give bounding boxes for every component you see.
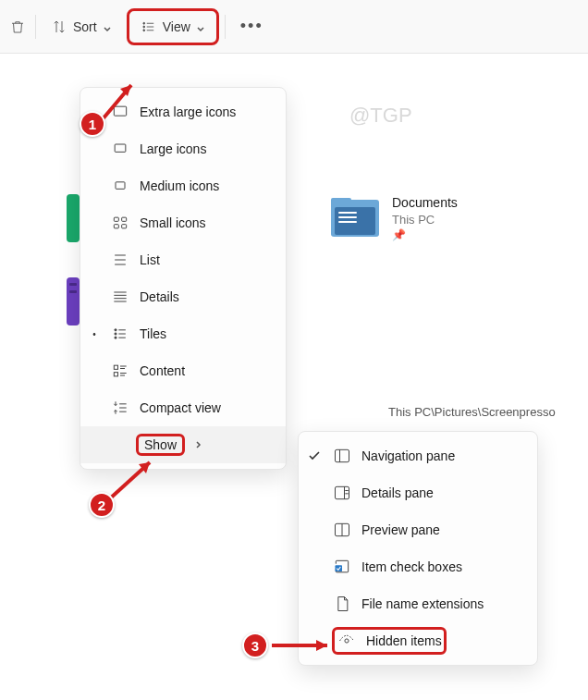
svg-point-19: [345, 639, 349, 643]
svg-rect-14: [114, 373, 117, 376]
watermark-text: @TGP: [349, 104, 412, 128]
sort-icon: [51, 18, 67, 35]
menu-item-large-icons[interactable]: Large icons: [80, 130, 286, 167]
submenu-label: Preview pane: [361, 522, 526, 537]
view-icon: [141, 18, 157, 35]
tiles-icon: [110, 324, 130, 344]
annotation-badge-2: 2: [89, 492, 115, 518]
submenu-item-preview-pane[interactable]: Preview pane: [299, 511, 537, 548]
menu-label: Large icons: [140, 141, 275, 156]
svg-point-12: [115, 337, 116, 338]
menu-label: Show: [144, 437, 177, 452]
folder-location: This PC: [392, 212, 458, 228]
large-icons-icon: [110, 139, 130, 159]
selected-bullet: •: [88, 329, 101, 339]
details-icon: [110, 287, 130, 307]
trash-icon: [9, 18, 26, 35]
menu-label: Extra large icons: [140, 104, 275, 119]
svg-rect-5: [116, 182, 125, 190]
hidden-items-highlight: Hidden items: [332, 627, 447, 655]
submenu-item-details-pane[interactable]: Details pane: [299, 474, 537, 511]
submenu-label: Hidden items: [366, 633, 442, 648]
more-button[interactable]: •••: [231, 11, 273, 42]
menu-item-content[interactable]: Content: [80, 352, 286, 389]
delete-button[interactable]: [6, 13, 30, 41]
submenu-item-file-name-extensions[interactable]: File name extensions: [299, 585, 537, 622]
svg-point-0: [143, 22, 145, 24]
divider: [225, 15, 226, 39]
submenu-label: Item check boxes: [361, 559, 526, 574]
chevron-down-icon: [196, 22, 205, 31]
svg-rect-18: [336, 565, 343, 571]
svg-rect-6: [114, 217, 118, 221]
menu-label: Content: [140, 363, 275, 378]
menu-item-small-icons[interactable]: Small icons: [80, 204, 286, 241]
pin-icon: 📌: [392, 227, 458, 242]
menu-label: List: [140, 252, 275, 267]
svg-rect-15: [336, 449, 349, 461]
folder-name: Documents: [392, 194, 458, 212]
chevron-down-icon: [103, 22, 112, 31]
svg-rect-4: [115, 144, 126, 152]
chevron-right-icon: [194, 437, 207, 452]
svg-rect-13: [114, 365, 117, 369]
navigation-pane-icon: [332, 446, 352, 466]
list-icon: [110, 250, 130, 270]
compact-view-icon: [110, 398, 130, 418]
svg-point-11: [115, 333, 116, 335]
submenu-label: File name extensions: [361, 596, 526, 611]
submenu-label: Navigation pane: [361, 448, 526, 463]
content-icon: [110, 361, 130, 381]
details-pane-icon: [332, 483, 352, 503]
preview-pane-icon: [332, 520, 352, 540]
svg-rect-9: [122, 225, 127, 228]
menu-item-tiles[interactable]: • Tiles: [80, 315, 286, 352]
checkboxes-icon: [332, 557, 352, 577]
menu-item-list[interactable]: List: [80, 241, 286, 278]
svg-rect-16: [336, 486, 349, 498]
menu-label: Medium icons: [140, 178, 275, 193]
annotation-arrow: [268, 636, 342, 655]
view-label: View: [163, 19, 190, 34]
check-icon: [306, 449, 323, 462]
sort-button[interactable]: Sort: [42, 13, 121, 41]
folder-meta: Documents This PC 📌: [392, 194, 458, 243]
menu-label: Compact view: [140, 400, 275, 415]
svg-point-1: [143, 26, 145, 28]
menu-label: Details: [140, 289, 275, 304]
svg-point-2: [143, 29, 145, 31]
ellipsis-icon: •••: [240, 17, 263, 35]
submenu-item-item-check-boxes[interactable]: Item check boxes: [299, 548, 537, 585]
menu-item-medium-icons[interactable]: Medium icons: [80, 167, 286, 204]
view-menu: Extra large icons Large icons Medium ico…: [80, 87, 287, 470]
menu-item-details[interactable]: Details: [80, 278, 286, 315]
svg-point-10: [115, 329, 116, 331]
menu-item-compact-view[interactable]: Compact view: [80, 389, 286, 426]
menu-label: Tiles: [140, 326, 275, 341]
svg-rect-8: [114, 225, 118, 228]
show-submenu: Navigation pane Details pane Preview pan…: [298, 431, 538, 666]
medium-icons-icon: [110, 176, 130, 196]
annotation-badge-3: 3: [242, 632, 268, 658]
folder-icon: [331, 198, 379, 239]
toolbar: Sort View •••: [0, 0, 588, 54]
divider: [35, 15, 36, 39]
folder-tile-partial[interactable]: [67, 194, 80, 242]
folder-item-documents[interactable]: Documents This PC 📌: [331, 194, 458, 243]
view-button-highlight: View: [127, 8, 219, 45]
folder-tile-partial[interactable]: [67, 277, 80, 325]
view-button[interactable]: View: [131, 13, 214, 41]
path-text: This PC\Pictures\Screenpresso: [388, 405, 556, 419]
file-extensions-icon: [332, 594, 352, 614]
annotation-badge-1: 1: [80, 111, 105, 137]
sort-label: Sort: [73, 19, 97, 34]
menu-label: Small icons: [140, 215, 275, 230]
svg-rect-7: [122, 217, 127, 221]
submenu-item-navigation-pane[interactable]: Navigation pane: [299, 437, 537, 474]
submenu-label: Details pane: [361, 485, 526, 500]
svg-marker-25: [316, 640, 327, 651]
small-icons-icon: [110, 213, 130, 233]
